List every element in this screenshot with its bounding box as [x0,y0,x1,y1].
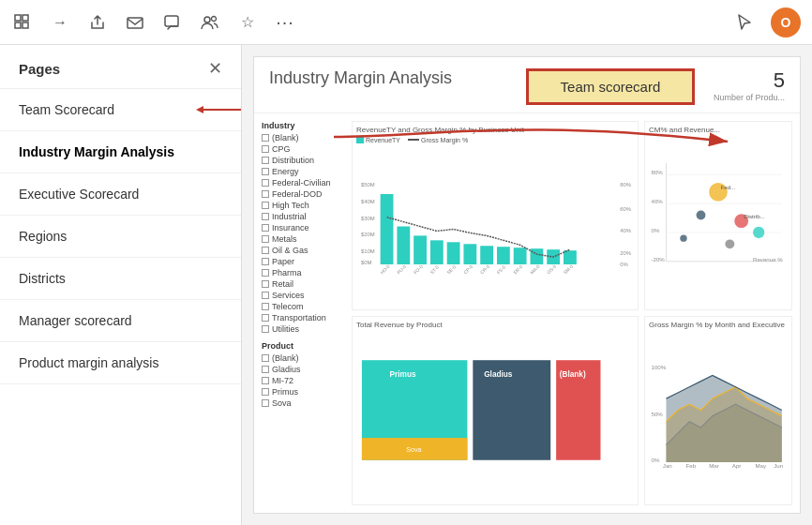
sidebar-item-regions[interactable]: Regions [0,216,241,258]
svg-text:Apr: Apr [732,462,742,469]
svg-point-57 [753,227,764,238]
sidebar-item-label: Product margin analysis [19,355,158,370]
chart-legend: RevenueTY Gross Margin % [356,136,634,143]
svg-text:(Blank): (Blank) [560,370,586,379]
scatter-chart: CM% and Revenue... 80% 40% 0% -20% [644,121,792,310]
report-content: Industry (Blank) CPG Distribution Energy… [254,113,800,513]
svg-text:Mar: Mar [709,462,719,469]
svg-rect-4 [128,18,143,28]
top-charts-row: RevenueTY and Gross Margin % by Business… [352,121,792,310]
svg-text:May: May [755,462,767,469]
filter-item[interactable]: Oil & Gas [262,246,346,255]
sidebar-item-manager-scorecard[interactable]: Manager scorecard [0,300,241,342]
chart3-title: Total Revenue by Product [356,321,634,329]
svg-text:FO-0: FO-0 [413,264,424,276]
svg-text:ER-0: ER-0 [513,264,524,276]
bottom-charts-row: Total Revenue by Product Primus Gladius [352,316,792,505]
chart4-title: Gross Margin % by Month and Executive [649,321,788,329]
close-icon[interactable]: ✕ [208,60,222,77]
filter-item[interactable]: CPG [262,144,346,154]
filter-item[interactable]: Pharma [262,268,346,278]
filter-item[interactable]: Retail [262,279,346,289]
svg-point-58 [680,234,686,241]
svg-text:HO-0: HO-0 [380,263,391,275]
sidebar-header: Pages ✕ [0,45,241,89]
filter-item[interactable]: Federal-Civilian [262,178,346,188]
svg-rect-1 [23,15,28,21]
bar-line-chart: RevenueTY and Gross Margin % by Business… [352,121,639,310]
svg-text:Jan: Jan [663,462,673,469]
user-avatar[interactable]: O [771,8,801,38]
svg-text:SE-0: SE-0 [446,264,457,275]
svg-rect-32 [564,250,577,264]
star-icon[interactable]: ☆ [236,11,259,34]
mail-icon[interactable] [124,11,146,34]
share-icon[interactable] [86,11,109,34]
chat-icon[interactable] [161,11,184,34]
bar-line-chart-svg: $50M $40M $30M $20M $10M $0M 80% 60% 40% [356,145,634,298]
team-scorecard-container: Team scorecard [526,68,695,105]
svg-text:Jun: Jun [774,462,784,469]
report-page: Industry Margin Analysis Team scorecard … [253,56,801,514]
svg-point-6 [204,17,210,22]
svg-text:$40M: $40M [361,199,375,204]
filter-item[interactable]: Gladius [262,365,346,374]
sidebar-item-districts[interactable]: Districts [0,258,241,300]
chart1-title: RevenueTY and Gross Margin % by Business… [356,126,634,134]
sidebar-item-label: Team Scorecard [19,102,222,117]
sidebar-item-executive-scorecard[interactable]: Executive Scorecard [0,173,241,216]
svg-text:Revenue %: Revenue % [753,256,783,262]
filter-item[interactable]: Services [262,291,346,300]
filter-item[interactable]: MI-72 [262,376,346,385]
filter-item[interactable]: Metals [262,234,346,244]
team-scorecard-button[interactable]: Team scorecard [526,68,695,105]
industry-filter-section: Industry (Blank) CPG Distribution Energy… [262,121,346,334]
filter-item[interactable]: Energy [262,167,346,176]
svg-rect-21 [381,194,394,264]
product-filter-section: Product (Blank) Gladius MI-72 Primus Sov… [262,341,346,408]
filter-item[interactable]: Utilities [262,324,346,334]
arrow-right-icon[interactable]: → [49,11,71,34]
number-label: Number of Produ... [714,93,785,102]
area-chart: Gross Margin % by Month and Executive 10… [644,316,792,505]
svg-rect-3 [23,22,28,28]
svg-text:80%: 80% [620,182,632,188]
filter-item[interactable]: Industrial [262,212,346,221]
filter-item[interactable]: High Tech [262,201,346,210]
filter-item[interactable]: Telecom [262,302,346,311]
svg-text:$0M: $0M [361,260,372,265]
svg-text:0%: 0% [620,262,628,267]
sidebar-item-product-margin[interactable]: Product margin analysis [0,342,241,384]
filter-item[interactable]: Distribution [262,156,346,165]
grid-icon[interactable] [11,11,34,34]
sidebar-item-team-scorecard[interactable]: Team Scorecard [0,89,241,131]
report-header: Industry Margin Analysis Team scorecard … [254,57,800,113]
svg-text:OS-0: OS-0 [546,264,557,276]
teams-icon[interactable] [199,11,221,34]
filter-item[interactable]: (Blank) [262,353,346,363]
sidebar-item-label: Industry Margin Analysis [19,144,174,159]
svg-point-7 [212,16,217,21]
sidebar: Pages ✕ Team Scorecard Industry Margin A… [0,45,242,525]
svg-text:CR-0: CR-0 [479,264,490,276]
filter-item[interactable]: Sova [262,398,346,408]
svg-marker-9 [196,106,203,113]
sidebar-item-label: Executive Scorecard [19,187,139,202]
pages-title: Pages [19,61,60,77]
more-icon[interactable]: ··· [274,11,296,34]
svg-text:$10M: $10M [361,248,375,254]
filter-item[interactable]: Transportation [262,313,346,322]
svg-text:ST-0: ST-0 [429,264,440,275]
svg-text:-20%: -20% [651,256,665,262]
filter-item[interactable]: Primus [262,387,346,397]
svg-text:40%: 40% [651,198,663,204]
filter-item[interactable]: Federal-DOD [262,189,346,199]
filter-panel: Industry (Blank) CPG Distribution Energy… [262,121,346,505]
number-value: 5 [774,68,785,92]
sidebar-item-industry-margin[interactable]: Industry Margin Analysis [0,131,241,173]
svg-rect-27 [480,246,493,264]
filter-item[interactable]: Paper [262,257,346,266]
filter-item[interactable]: Insurance [262,223,346,232]
filter-item[interactable]: (Blank) [262,133,346,142]
svg-text:$20M: $20M [361,232,375,237]
